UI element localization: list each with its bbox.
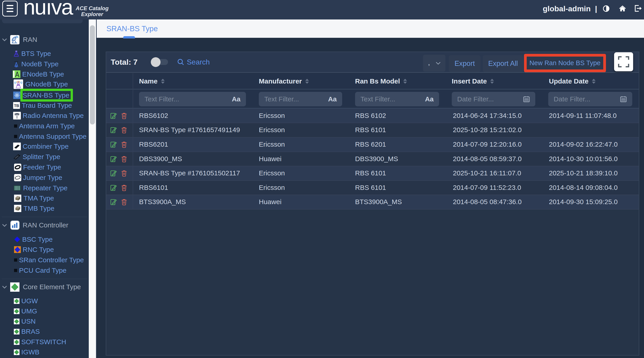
svg-text:TB: TB	[14, 104, 19, 108]
